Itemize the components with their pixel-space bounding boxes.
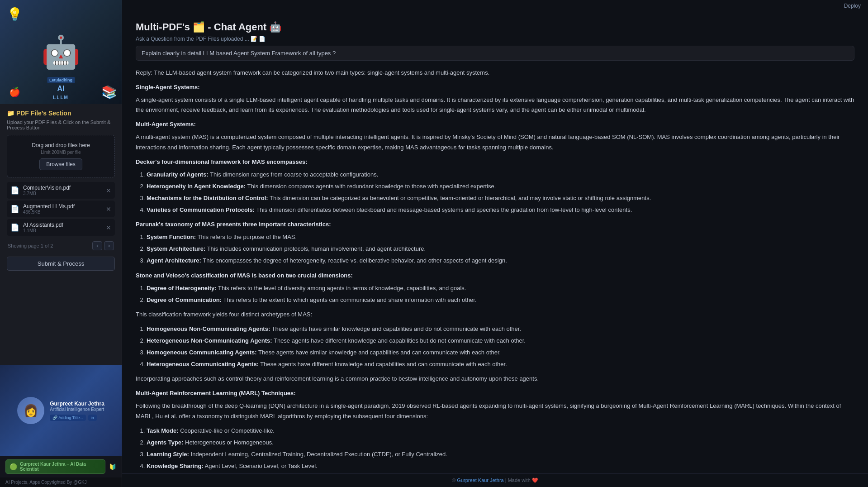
file-item: 📄 Augmented LLMs.pdf 466.5KB ✕ <box>7 201 115 217</box>
file-size: 3.7MB <box>23 191 102 196</box>
file-name: Augmented LLMs.pdf <box>23 203 102 210</box>
footer-badge: 🟢 Gurpreet Kaur Jethra – AI Data Scienti… <box>5 459 105 474</box>
avatar: 👩 <box>17 397 44 424</box>
file-info: AI Assistants.pdf 1.1MB <box>23 222 102 233</box>
list-item: System Architecture: This includes commu… <box>147 244 854 254</box>
next-page-button[interactable]: › <box>104 241 114 250</box>
badge-icon: 🟢 <box>9 463 17 470</box>
list-item: Degree of Heterogeneity: This refers to … <box>147 283 854 293</box>
pdf-icon: 📄 <box>10 223 19 232</box>
section-body: Incorporating approaches such as control… <box>136 374 854 384</box>
portrait-text: Gurpreet Kaur Jethra Artificial Intellig… <box>50 401 104 421</box>
footer-credits: © Gurpreet Kaur Jethra | Made with ❤️ <box>122 473 868 487</box>
file-item: 📄 ComputerVision.pdf 3.7MB ✕ <box>7 182 115 199</box>
reply-intro: Reply: The LLM-based agent system framew… <box>136 68 854 78</box>
list-item: Heterogeneity in Agent Knowledge: This d… <box>147 181 854 191</box>
portrait-content: 👩 Gurpreet Kaur Jethra Artificial Intell… <box>13 392 109 429</box>
file-remove-button[interactable]: ✕ <box>106 187 111 194</box>
section-list: Degree of Heterogeneity: This refers to … <box>147 283 854 305</box>
list-item: Homogeneous Communicating Agents: These … <box>147 348 854 358</box>
browse-files-button[interactable]: Browse files <box>39 158 82 170</box>
sidebar-hero-image: 💡 🤖 Letuladhing AILLLM 📚 🍎 <box>0 0 122 104</box>
section-heading: Decker's four-dimensional framework for … <box>136 157 854 167</box>
file-size: 466.5KB <box>23 210 102 215</box>
section-list: Granularity of Agents: This dimension ra… <box>147 170 854 215</box>
submit-process-button[interactable]: Submit & Process <box>7 257 115 271</box>
file-item: 📄 AI Assistants.pdf 1.1MB ✕ <box>7 219 115 236</box>
footer-credits-suffix: | Made with <box>504 477 532 483</box>
section-heading: Single-Agent Systems: <box>136 82 854 92</box>
list-item: Heterogeneous Non-Communicating Agents: … <box>147 336 854 346</box>
section-subtitle: Upload your PDF Files & Click on the Sub… <box>7 119 115 130</box>
lamp-decoration: 💡 <box>7 7 23 22</box>
list-item: Granularity of Agents: This dimension ra… <box>147 170 854 180</box>
list-item: Homogeneous Non-Communicating Agents: Th… <box>147 324 854 334</box>
footer-credits-link[interactable]: Gurpreet Kaur Jethra <box>457 477 503 483</box>
chat-area: Multi-PDF's 🗂️ - Chat Agent 🤖 Ask a Ques… <box>122 12 868 473</box>
section-list: Homogeneous Non-Communicating Agents: Th… <box>147 324 854 369</box>
deploy-button[interactable]: Deploy <box>844 3 861 9</box>
pdf-icon: 📄 <box>10 205 19 213</box>
top-bar: Deploy <box>122 0 868 12</box>
file-name: ComputerVision.pdf <box>23 185 102 191</box>
section-body: Following the breakthrough of the deep Q… <box>136 401 854 421</box>
list-item: Agent Architecture: This encompasses the… <box>147 256 854 266</box>
book-label2: AILLLM <box>53 85 69 101</box>
section-list: Task Mode: Cooperative-like or Competiti… <box>147 426 854 471</box>
section-heading: Multi-Agent Reinforcement Learning (MARL… <box>136 388 854 398</box>
pagination-buttons: ‹ › <box>92 241 114 250</box>
prev-page-button[interactable]: ‹ <box>92 241 102 250</box>
pagination: Showing page 1 of 2 ‹ › <box>7 239 115 252</box>
section-intro: This classification framework yields fou… <box>136 310 854 320</box>
list-item: Learning Style: Independent Learning, Ce… <box>147 449 854 459</box>
list-item: System Function: This refers to the purp… <box>147 232 854 242</box>
footer-credits-prefix: © <box>452 477 457 483</box>
question-box[interactable]: Explain clearly in detail LLM based Agen… <box>136 46 854 61</box>
book-decoration: 📚 <box>101 85 117 100</box>
upload-dropzone[interactable]: Drag and drop files here Limit 200MB per… <box>7 135 115 177</box>
file-info: Augmented LLMs.pdf 466.5KB <box>23 203 102 215</box>
footer-icon-shield: 🔰 <box>109 463 116 470</box>
section-title: 📁 PDF File's Section <box>7 110 115 117</box>
list-item: Heterogeneous Communicating Agents: Thes… <box>147 359 854 369</box>
file-remove-button[interactable]: ✕ <box>106 224 111 231</box>
list-item: Knowledge Sharing: Agent Level, Scenario… <box>147 461 854 471</box>
sidebar: 💡 🤖 Letuladhing AILLLM 📚 🍎 📁 PDF File's … <box>0 0 122 487</box>
footer-copyright: AI Projects, Apps Copyrighted By @GKJ <box>5 480 116 485</box>
file-remove-button[interactable]: ✕ <box>106 205 111 213</box>
reply-content: Reply: The LLM-based agent system framew… <box>136 68 854 473</box>
section-body: A multi-agent system (MAS) is a computer… <box>136 132 854 152</box>
file-list: 📄 ComputerVision.pdf 3.7MB ✕ 📄 Augmented… <box>7 182 115 236</box>
pagination-text: Showing page 1 of 2 <box>8 243 53 248</box>
list-item: Mechanisms for the Distribution of Contr… <box>147 193 854 203</box>
list-item: Varieties of Communication Protocols: Th… <box>147 205 854 215</box>
section-heading: Stone and Veloso's classification of MAS… <box>136 271 854 281</box>
app-title: Multi-PDF's 🗂️ - Chat Agent 🤖 <box>136 21 854 33</box>
sidebar-footer: 👩 Gurpreet Kaur Jethra Artificial Intell… <box>0 365 122 487</box>
heart-icon: ❤️ <box>532 477 538 483</box>
pdf-files-section: 📁 PDF File's Section Upload your PDF Fil… <box>0 104 122 281</box>
pdf-icon: 📄 <box>10 186 19 195</box>
list-item: Agents Type: Heterogeneous or Homogeneou… <box>147 438 854 448</box>
question-label: Ask a Question from the PDF Files upload… <box>136 36 854 42</box>
list-item: Degree of Communication: This refers to … <box>147 295 854 305</box>
section-heading: Parunak's taxonomy of MAS presents three… <box>136 220 854 229</box>
list-item: Task Mode: Cooperative-like or Competiti… <box>147 426 854 436</box>
upload-limit-text: Limit 200MB per file <box>12 150 110 155</box>
file-name: AI Assistants.pdf <box>23 222 102 228</box>
footer-badge-text: Gurpreet Kaur Jethra – AI Data Scientist <box>20 462 101 472</box>
footer-bar: 🟢 Gurpreet Kaur Jethra – AI Data Scienti… <box>0 456 122 477</box>
main-content: Deploy Multi-PDF's 🗂️ - Chat Agent 🤖 Ask… <box>122 0 868 487</box>
file-size: 1.1MB <box>23 228 102 233</box>
upload-text-main: Drag and drop files here <box>12 142 110 148</box>
section-list: System Function: This refers to the purp… <box>147 232 854 266</box>
book-label: Letuladhing <box>47 77 75 83</box>
portrait-name: Gurpreet Kaur Jethra <box>50 401 104 407</box>
file-info: ComputerVision.pdf 3.7MB <box>23 185 102 196</box>
section-heading: Multi-Agent Systems: <box>136 119 854 129</box>
apple-decoration: 🍎 <box>9 86 20 97</box>
portrait-title: Artificial Intelligence Expert <box>50 407 104 412</box>
section-body: A single-agent system consists of a sing… <box>136 95 854 115</box>
portrait-area: 👩 Gurpreet Kaur Jethra Artificial Intell… <box>0 365 122 456</box>
